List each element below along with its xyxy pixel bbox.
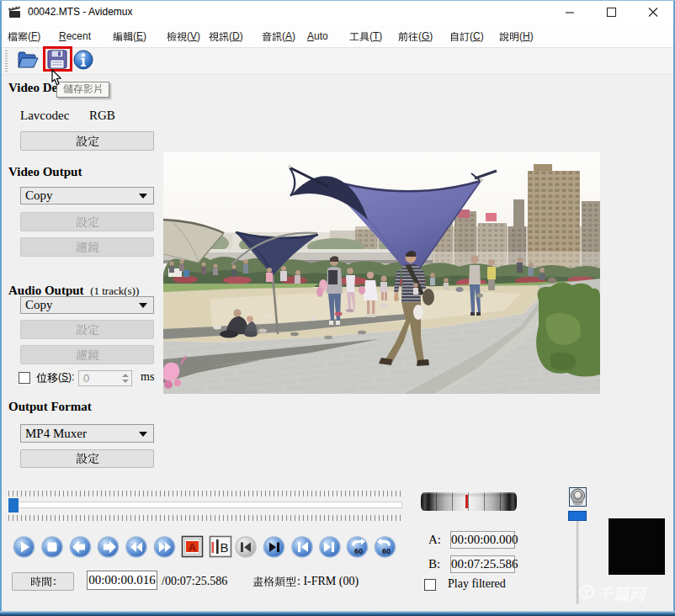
svg-text:60: 60 bbox=[354, 547, 363, 555]
svg-text:B: B bbox=[220, 540, 228, 555]
svg-text:A: A bbox=[189, 541, 197, 554]
svg-text:60: 60 bbox=[382, 547, 391, 555]
